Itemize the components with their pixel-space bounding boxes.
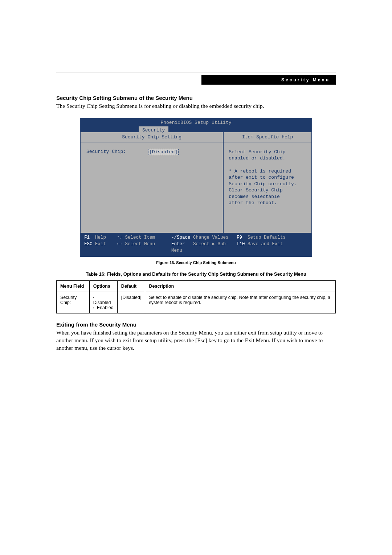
bios-key-changevalues-label: Change Values	[193, 235, 229, 240]
bios-help-pane: Select Security Chip enabled or disabled…	[224, 142, 311, 233]
td-options: Disabled Enabled	[89, 292, 117, 313]
bios-key-updown[interactable]: ↑↓	[117, 234, 122, 241]
section2-body: When you have finished setting the param…	[56, 329, 336, 352]
bios-key-help-label: Help	[95, 235, 106, 240]
bios-subtitle-row: Security Chip Setting Item Specific Help	[81, 132, 311, 142]
section1-body: The Security Chip Setting Submenu is for…	[56, 102, 336, 110]
th-description: Description	[145, 281, 336, 292]
bios-help-line: becomes selectable	[229, 194, 279, 199]
bios-key-selectitem-label: Select Item	[125, 235, 155, 240]
bios-help-line: Security Chip correctly.	[229, 181, 297, 187]
bios-help-line: after exit to configure	[229, 175, 294, 180]
bios-screenshot: PhoenixBIOS Setup Utility Security Secur…	[80, 118, 312, 257]
bios-main: Security Chip: [Disabled] Select Securit…	[81, 142, 311, 233]
bios-key-selectmenu-label: Select Menu	[125, 242, 155, 247]
bios-help-line: Select Security Chip	[229, 149, 285, 155]
td-default: [Disabled]	[117, 292, 145, 313]
bios-key-setupdefaults-label: Setup Defaults	[248, 235, 286, 240]
th-options: Options	[89, 281, 117, 292]
bios-footer: F1 Help ↑↓ Select Item -/Space Change Va…	[81, 233, 311, 256]
bios-key-saveexit-label: Save and Exit	[248, 242, 283, 247]
bios-help-line: * A reboot is required	[229, 169, 291, 174]
table-caption: Table 16: Fields, Options and Defaults f…	[56, 271, 336, 277]
figure-caption: Figure 16. Security Chip Setting Submenu	[56, 260, 336, 265]
bios-key-f1[interactable]: F1	[84, 234, 90, 241]
bios-field-value[interactable]: [Disabled]	[148, 149, 179, 155]
option-item: Disabled	[93, 295, 114, 305]
bios-key-leftright[interactable]: ←→	[117, 241, 122, 247]
top-rule	[56, 73, 336, 73]
th-menu-field: Menu Field	[57, 281, 90, 292]
bios-left-pane: Security Chip: [Disabled]	[81, 142, 224, 233]
bios-help-line: Clear Security Chip	[229, 187, 282, 193]
bios-help-line: enabled or disabled.	[229, 155, 285, 161]
th-default: Default	[117, 281, 145, 292]
options-table: Menu Field Options Default Description S…	[56, 280, 336, 313]
bios-field-value-text: Disabled	[152, 149, 175, 155]
option-item: Enabled	[93, 305, 114, 310]
bios-key-exit-label: Exit	[95, 242, 106, 247]
bios-field-label: Security Chip:	[86, 149, 148, 155]
section1-title: Security Chip Setting Submenu of the Sec…	[56, 95, 336, 101]
bios-key-f9[interactable]: F9	[237, 234, 242, 241]
bios-key-enter[interactable]: Enter	[171, 241, 185, 247]
bios-tab-row: Security	[81, 126, 311, 132]
table-header-row: Menu Field Options Default Description	[57, 281, 336, 292]
bios-key-space[interactable]: -/Space	[171, 234, 191, 241]
bios-titlebar: PhoenixBIOS Setup Utility	[81, 119, 311, 126]
table-row: Security Chip: Disabled Enabled [Disable…	[57, 292, 336, 313]
bios-help-line: after the reboot.	[229, 200, 277, 206]
td-menu-field: Security Chip:	[57, 292, 90, 313]
td-description: Select to enable or disable the security…	[145, 292, 336, 313]
bios-key-f10[interactable]: F10	[237, 241, 245, 247]
header-banner: Security Menu	[201, 75, 336, 85]
bios-key-esc[interactable]: ESC	[84, 241, 93, 247]
bios-title: PhoenixBIOS Setup Utility	[160, 120, 231, 125]
bios-right-heading: Item Specific Help	[224, 132, 311, 142]
section2-title: Exiting from the Security Menu	[56, 321, 336, 328]
bios-field-row[interactable]: Security Chip: [Disabled]	[86, 149, 219, 155]
bios-left-heading: Security Chip Setting	[81, 132, 224, 142]
